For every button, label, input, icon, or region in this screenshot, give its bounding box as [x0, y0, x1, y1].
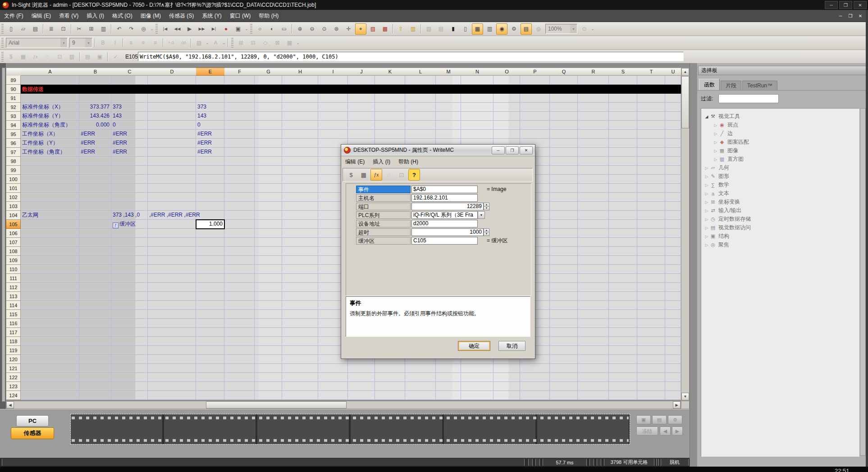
cell-H113[interactable]	[282, 292, 318, 301]
spin-down-icon[interactable]: ▼	[484, 206, 489, 210]
cell-F107[interactable]	[224, 238, 255, 247]
cell-Q95[interactable]	[550, 130, 578, 139]
tree-item-4[interactable]: ▷◆图案匹配	[701, 138, 859, 146]
row-header-123[interactable]: 123	[6, 382, 21, 391]
cell-E110[interactable]	[196, 265, 224, 274]
row-header-101[interactable]: 101	[6, 184, 21, 193]
cell-B112[interactable]	[79, 283, 111, 292]
redo-icon[interactable]: ↷	[126, 23, 137, 35]
zoom-in-icon[interactable]: ⊕	[294, 23, 306, 35]
cell-K122[interactable]	[375, 373, 405, 382]
cell-A107[interactable]	[21, 238, 79, 247]
film-nav-prev-icon[interactable]: ◀	[660, 427, 671, 436]
expand-icon[interactable]: ▷	[713, 123, 718, 127]
cell-T89[interactable]	[637, 76, 665, 85]
cell-grid-icon[interactable]: ▦	[358, 169, 370, 181]
cell-R102[interactable]	[578, 193, 609, 202]
cell-A96[interactable]: 工件坐标（Y）	[21, 139, 79, 148]
row-header-113[interactable]: 113	[6, 292, 21, 301]
cell-T121[interactable]	[637, 364, 665, 373]
cell-A118[interactable]	[21, 337, 79, 346]
cell-B97[interactable]: #ERR	[79, 148, 111, 157]
cell-F119[interactable]	[224, 346, 255, 355]
cell-L124[interactable]	[405, 391, 436, 400]
cell-R119[interactable]	[578, 346, 609, 355]
cell-B115[interactable]	[79, 310, 111, 319]
cell-N95[interactable]	[461, 130, 493, 139]
cell-G100[interactable]	[255, 175, 282, 184]
cell-A95[interactable]: 工件坐标（X）	[21, 130, 79, 139]
cell-S98[interactable]	[609, 157, 637, 166]
mdi-maximize-icon[interactable]: ❐	[845, 13, 855, 19]
cell-R92[interactable]	[578, 103, 609, 112]
cell-T116[interactable]	[637, 319, 665, 328]
cell-R111[interactable]	[578, 274, 609, 283]
cell-M91[interactable]	[436, 94, 461, 103]
cell-F109[interactable]	[224, 256, 255, 265]
cell-G101[interactable]	[255, 184, 282, 193]
cell-U108[interactable]	[665, 247, 681, 256]
cell-T119[interactable]	[637, 346, 665, 355]
cell-H104[interactable]	[282, 211, 318, 220]
column-header-B[interactable]: B	[79, 68, 112, 76]
cell-J122[interactable]	[348, 373, 375, 382]
cell-E108[interactable]	[196, 247, 224, 256]
manipulate-icon[interactable]: ⚙	[508, 23, 520, 35]
cell-G93[interactable]	[255, 112, 282, 121]
cell-D104[interactable]: ,#ERR ,#ERR ,#ERR	[148, 211, 196, 220]
cell-D111[interactable]	[148, 274, 196, 283]
cell-H112[interactable]	[282, 283, 318, 292]
cell-P121[interactable]	[520, 364, 550, 373]
webcam-icon[interactable]: ◍	[533, 23, 544, 35]
cell-I94[interactable]	[318, 121, 348, 130]
column-header-U[interactable]: U	[665, 68, 681, 76]
cell-H111[interactable]	[282, 274, 318, 283]
cell-D116[interactable]	[148, 319, 196, 328]
cell-A120[interactable]	[21, 355, 79, 364]
row-header-99[interactable]: 99	[6, 166, 21, 175]
cell-Q101[interactable]	[550, 184, 578, 193]
cell-U122[interactable]	[665, 373, 681, 382]
dialog-maximize-icon[interactable]: ❐	[506, 146, 519, 154]
cell-R112[interactable]	[578, 283, 609, 292]
expand-icon[interactable]: ▷	[713, 140, 718, 145]
column-header-I[interactable]: I	[318, 68, 348, 76]
row-header-117[interactable]: 117	[6, 328, 21, 337]
prop-label-4[interactable]: PLC系列	[356, 211, 411, 219]
prop-label-3[interactable]: 端口	[356, 203, 411, 210]
cell-O95[interactable]	[493, 130, 520, 139]
tree-item-13[interactable]: ▷◷定时数据存储	[701, 215, 859, 223]
cell-R95[interactable]	[578, 130, 609, 139]
cell-Q120[interactable]	[550, 355, 578, 364]
cell-E102[interactable]	[196, 193, 224, 202]
cell-T92[interactable]	[637, 103, 665, 112]
tree-item-7[interactable]: ▷▱几何	[701, 163, 859, 172]
cell-K121[interactable]	[375, 364, 405, 373]
cell-G102[interactable]	[255, 193, 282, 202]
menu-item-9[interactable]: 窗口 (W)	[226, 10, 255, 22]
increase-decimal-icon[interactable]: +.0	[165, 37, 177, 49]
cell-M94[interactable]	[436, 121, 461, 130]
cell-S101[interactable]	[609, 184, 637, 193]
cell-E114[interactable]	[196, 301, 224, 310]
cell-S96[interactable]	[609, 139, 637, 148]
row-header-116[interactable]: 116	[6, 319, 21, 328]
cell-B117[interactable]	[79, 328, 111, 337]
dialog-close-icon[interactable]: ✕	[520, 146, 533, 154]
cell-I123[interactable]	[318, 382, 348, 391]
collapse-icon[interactable]: ◢	[704, 114, 709, 119]
cell-N91[interactable]	[461, 94, 493, 103]
cell-R101[interactable]	[578, 184, 609, 193]
row-header-100[interactable]: 100	[6, 175, 21, 184]
cell-U116[interactable]	[665, 319, 681, 328]
accept-icon[interactable]: ✓	[110, 51, 121, 62]
cell-H103[interactable]	[282, 202, 318, 211]
bold-icon[interactable]: B	[97, 37, 109, 49]
cell-H98[interactable]	[282, 157, 318, 166]
cell-H89[interactable]	[282, 76, 318, 85]
cell-C121[interactable]	[111, 364, 148, 373]
cell-F101[interactable]	[224, 184, 255, 193]
cell-S117[interactable]	[609, 328, 637, 337]
cell-F122[interactable]	[224, 373, 255, 382]
cell-K123[interactable]	[375, 382, 405, 391]
